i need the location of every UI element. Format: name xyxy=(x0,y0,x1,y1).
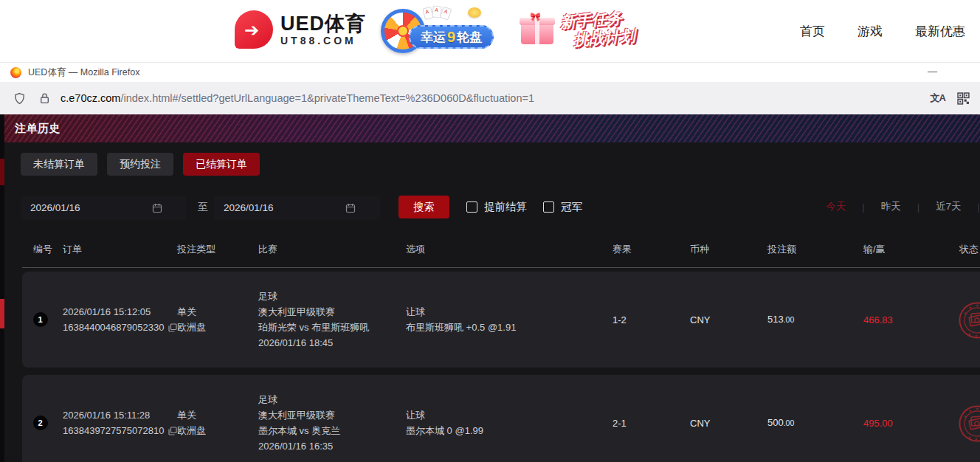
tab-settled-orders[interactable]: 已结算订单 xyxy=(183,153,260,176)
match-result: 1-2 xyxy=(605,312,683,328)
currency: CNY xyxy=(683,312,760,328)
currency: CNY xyxy=(683,416,760,431)
nav-promos[interactable]: 最新优惠 xyxy=(915,23,965,40)
checkbox-champion[interactable]: 冠军 xyxy=(543,200,582,214)
nav-home[interactable]: 首页 xyxy=(800,23,825,40)
url-field[interactable]: c.e70cz.com/index.html#/settled?getUrlLa… xyxy=(61,92,534,104)
nav-games[interactable]: 游戏 xyxy=(858,23,883,40)
bet-type: 单关 xyxy=(177,407,251,423)
table-divider xyxy=(22,267,980,268)
match-time: 2026/01/16 18:45 xyxy=(258,335,398,351)
match-league: 澳大利亚甲级联赛 xyxy=(258,407,398,423)
logo-title: UED体育 xyxy=(280,13,366,35)
stake-amount: 500.00 xyxy=(760,415,856,431)
table-row[interactable]: 1 2026/01/16 15:12:05 163844004687905233… xyxy=(22,272,980,368)
table-row[interactable]: 2 2026/01/16 15:11:28 163843972757507281… xyxy=(22,375,980,462)
lock-icon[interactable] xyxy=(39,92,50,104)
selection-type: 让球 xyxy=(406,304,605,320)
qr-code-icon[interactable] xyxy=(957,92,970,105)
bet-type: 单关 xyxy=(177,304,251,320)
url-path: /index.html#/settled?getUrlLanguage=1&pr… xyxy=(120,92,534,104)
svg-text:★: ★ xyxy=(967,331,972,337)
checkbox-icon xyxy=(543,201,554,213)
quick-link-last7days[interactable]: 近7天 xyxy=(919,200,978,213)
selection-detail: 布里斯班狮吼 +0.5 @1.91 xyxy=(406,320,605,335)
logo-arrow-icon: ➔ xyxy=(244,20,259,41)
svg-text:★: ★ xyxy=(967,435,972,440)
date-from-input[interactable] xyxy=(21,202,152,213)
scroll-mark xyxy=(0,159,4,185)
date-to-box xyxy=(214,196,380,220)
date-from-box xyxy=(21,196,187,220)
order-id: 1638440046879052330 xyxy=(63,320,164,335)
coin-icon xyxy=(468,7,481,18)
browser-urlbar[interactable]: c.e70cz.com/index.html#/settled?getUrlLa… xyxy=(0,82,980,114)
calendar-icon[interactable] xyxy=(152,203,162,213)
left-edge-scrollbar[interactable] xyxy=(0,114,4,462)
match-teams: 珀斯光荣 vs 布里斯班狮吼 xyxy=(258,320,398,335)
banner-lucky-roulette[interactable]: A A A 幸运9轮盘 xyxy=(381,7,499,55)
banner-newbie-task[interactable]: 🎀 新手任务 挑战计划 xyxy=(517,6,649,56)
separator: | xyxy=(978,201,980,213)
quick-date-links: 今天 | 昨天 | 近7天 | xyxy=(810,200,980,213)
svg-text:★: ★ xyxy=(968,305,973,310)
firefox-icon xyxy=(10,67,21,78)
odds-format: 欧洲盘 xyxy=(177,423,251,438)
col-stake: 投注额 xyxy=(760,243,856,256)
winloss-amount: 466.83 xyxy=(856,312,952,328)
tab-unsettled-orders[interactable]: 未结算订单 xyxy=(21,153,97,176)
match-league: 澳大利亚甲级联赛 xyxy=(258,304,398,320)
top-navigation: 首页 游戏 最新优惠 xyxy=(800,0,965,63)
search-button[interactable]: 搜索 xyxy=(398,196,449,218)
tab-reserved-bets[interactable]: 预约投注 xyxy=(107,153,173,176)
minimize-button[interactable]: — xyxy=(928,66,937,77)
match-teams: 墨尔本城 vs 奥克兰 xyxy=(258,423,398,438)
selection-type: 让球 xyxy=(406,407,605,423)
table-header: 编号 订单 投注类型 比赛 选项 赛果 币种 投注额 输/赢 状态 xyxy=(22,236,980,263)
checkbox-label: 冠军 xyxy=(561,200,582,214)
site-logo[interactable]: ➔ UED体育 UT88.COM xyxy=(235,10,366,49)
browser-titlebar: UED体育 — Mozilla Firefox — xyxy=(0,63,980,82)
order-tabs: 未结算订单 预约投注 已结算订单 xyxy=(21,153,260,176)
date-to-input[interactable] xyxy=(214,202,345,213)
roulette-banner-label: 幸运9轮盘 xyxy=(409,25,494,49)
order-time: 2026/01/16 15:12:05 xyxy=(63,304,170,320)
row-index-badge: 1 xyxy=(33,312,48,327)
col-order: 订单 xyxy=(55,243,170,256)
filter-bar: 至 搜索 提前结算 冠军 xyxy=(21,196,980,220)
col-currency: 币种 xyxy=(683,243,760,256)
page-title: 注单历史 xyxy=(15,122,61,136)
col-no: 编号 xyxy=(22,243,55,256)
gift-box-icon: 🎀 xyxy=(520,12,555,44)
shield-icon[interactable] xyxy=(13,92,26,105)
odds-format: 欧洲盘 xyxy=(177,320,251,335)
winloss-amount: 495.00 xyxy=(856,416,952,431)
translate-icon[interactable]: 文A xyxy=(931,92,945,105)
col-bet-type: 投注类型 xyxy=(170,243,251,256)
date-range-to-label: 至 xyxy=(198,201,208,214)
svg-text:★: ★ xyxy=(974,333,979,338)
settled-stamp-icon: ★★★★ ★★★★ xyxy=(954,401,980,447)
selection-detail: 墨尔本城 0 @1.99 xyxy=(406,423,605,438)
checkbox-early-settlement[interactable]: 提前结算 xyxy=(466,200,527,214)
quick-link-yesterday[interactable]: 昨天 xyxy=(865,200,917,213)
stake-amount: 513.00 xyxy=(760,311,856,328)
logo-d-icon: ➔ xyxy=(235,10,273,49)
checkbox-icon xyxy=(466,201,477,213)
site-topbar: ➔ UED体育 UT88.COM A A A 幸运9轮盘 🎀 新手任务 xyxy=(0,0,980,63)
col-match: 比赛 xyxy=(251,243,398,256)
settled-stamp-icon: ★★★★ ★★★★ xyxy=(954,297,980,343)
newbie-banner-label: 新手任务 挑战计划 xyxy=(559,8,635,50)
window-title: UED体育 — Mozilla Firefox xyxy=(28,66,139,79)
url-domain: c.e70cz.com xyxy=(61,92,120,104)
col-result: 赛果 xyxy=(605,243,683,256)
match-result: 2-1 xyxy=(605,416,683,431)
scroll-mark xyxy=(0,299,4,328)
match-sport: 足球 xyxy=(258,289,398,304)
col-selection: 选项 xyxy=(398,243,605,256)
quick-link-today[interactable]: 今天 xyxy=(810,200,862,213)
col-winloss: 输/赢 xyxy=(856,243,952,256)
page-header-band: 注单历史 xyxy=(0,114,980,142)
match-sport: 足球 xyxy=(258,392,398,407)
calendar-icon[interactable] xyxy=(345,203,356,213)
